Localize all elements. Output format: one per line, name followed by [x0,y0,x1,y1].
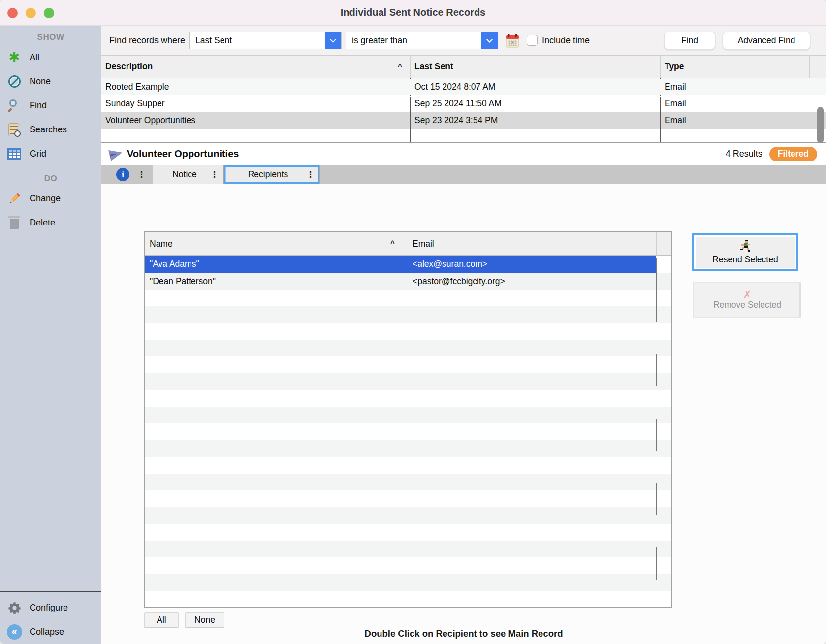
column-header-type[interactable]: Type [660,56,809,78]
zoom-window-button[interactable] [44,8,54,18]
sidebar-item-collapse[interactable]: « Collapse [0,620,101,644]
remove-selected-label: Remove Selected [713,300,781,310]
sidebar: SHOW ✱ All None Find Searches [0,26,101,644]
pencil-icon [6,191,22,207]
table-row-selected[interactable]: Volunteer Opportunities Sep 23 2024 3:54… [101,112,826,129]
sidebar-item-configure[interactable]: Configure [0,596,101,620]
asterisk-icon: ✱ [6,50,22,65]
operator-select[interactable]: is greater than [346,32,498,49]
no-entry-icon [6,74,22,90]
column-header-email[interactable]: Email [408,232,656,255]
trash-icon [6,215,22,231]
sidebar-item-find[interactable]: Find [0,94,101,118]
remove-x-icon: ✗ [743,290,752,300]
saved-searches-icon [6,122,22,138]
tab-options-icon[interactable]: ⋮ [306,169,315,180]
recipient-row-selected[interactable]: "Ava Adams" <alex@suran.com> [145,256,671,273]
window-title: Individual Sent Notice Records [341,7,486,18]
titlebar: Individual Sent Notice Records [0,0,826,26]
find-button[interactable]: Find [664,32,715,50]
sidebar-item-label: Collapse [30,627,64,637]
recipients-table-header: Name ^ Email [145,232,671,256]
field-select[interactable]: Last Sent [189,32,342,49]
filtered-badge[interactable]: Filtered [769,147,817,161]
sidebar-item-change[interactable]: Change [0,187,101,211]
results-count: 4 Results [726,149,762,159]
paper-plane-icon [108,147,123,161]
sidebar-item-label: Find [30,100,47,111]
collapse-chevrons-icon: « [6,624,22,640]
find-records-where-label: Find records where [109,35,185,46]
magnifier-icon [6,98,22,114]
gear-icon [6,600,22,616]
table-row[interactable]: Sunday Supper Sep 25 2024 11:50 AM Email [101,95,826,112]
sidebar-item-grid[interactable]: Grid [0,142,101,166]
sidebar-item-label: None [30,76,51,87]
tab-recipients-active[interactable]: Recipients ⋮ [223,165,320,184]
resend-selected-label: Resend Selected [712,255,778,265]
sidebar-footer: Configure « Collapse [0,591,101,644]
sidebar-show-section-label: SHOW [0,32,101,45]
select-none-button[interactable]: None [185,612,224,627]
select-all-button[interactable]: All [144,612,179,627]
sort-ascending-icon: ^ [390,239,395,248]
calendar-icon[interactable] [504,32,521,49]
sidebar-item-all[interactable]: ✱ All [0,45,101,69]
sidebar-item-searches[interactable]: Searches [0,118,101,142]
vertical-scrollbar[interactable] [817,107,824,143]
table-row[interactable]: Rooted Example Oct 15 2024 8:07 AM Email [101,78,826,95]
include-time-label: Include time [542,35,590,46]
info-icon[interactable]: i [116,168,129,181]
sidebar-item-delete[interactable]: Delete [0,211,101,235]
sidebar-item-label: All [30,52,39,63]
close-window-button[interactable] [7,8,18,18]
sidebar-item-label: Grid [30,149,46,159]
sidebar-item-label: Change [30,193,61,204]
field-select-value: Last Sent [195,35,232,46]
sidebar-item-none[interactable]: None [0,69,101,94]
column-header-name[interactable]: Name ^ [145,232,408,255]
detail-section-header: Volunteer Opportunities 4 Results Filter… [101,143,826,165]
recipients-table: Name ^ Email "Ava Adams" <alex@suran.com… [144,231,672,608]
column-header-gutter [809,56,826,78]
sent-notices-table: Description ^ Last Sent Type Rooted Exam… [101,55,826,143]
column-header-gutter [656,232,671,255]
sidebar-item-label: Configure [30,603,68,613]
remove-selected-button-disabled[interactable]: ✗ Remove Selected [693,282,801,318]
sent-notices-table-header: Description ^ Last Sent Type [101,56,826,78]
chevron-down-icon[interactable] [325,32,341,49]
minimize-window-button[interactable] [26,8,36,18]
include-time-checkbox[interactable] [527,35,538,46]
table-empty-space [101,129,826,142]
recipients-empty-rows [145,290,671,607]
grid-table-icon [6,146,22,162]
traffic-lights [7,8,54,18]
recipients-pane: Name ^ Email "Ava Adams" <alex@suran.com… [101,184,826,644]
detail-tab-bar: i ⋮ Notice ⋮ Recipients ⋮ [101,165,826,184]
tab-notice[interactable]: Notice ⋮ [153,165,223,184]
detail-title: Volunteer Opportunities [127,148,239,160]
sidebar-item-label: Searches [30,125,67,135]
operator-select-value: is greater than [352,35,407,46]
resend-selected-highlight: Resend Selected [692,233,798,271]
column-header-description[interactable]: Description ^ [101,56,410,78]
sidebar-do-section-label: DO [0,174,101,187]
column-header-last-sent[interactable]: Last Sent [410,56,660,78]
double-click-hint: Double Click on Recipient to see Main Re… [101,628,826,639]
chevron-down-icon[interactable] [481,32,498,49]
sidebar-item-label: Delete [30,218,55,228]
sort-ascending-icon: ^ [398,63,402,71]
options-dots-icon[interactable]: ⋮ [137,169,146,180]
advanced-find-button[interactable]: Advanced Find [723,32,810,50]
find-bar: Find records where Last Sent is greater … [101,26,826,55]
resend-selected-button[interactable]: Resend Selected [696,237,795,268]
runner-icon [739,240,751,254]
recipient-row[interactable]: "Dean Patterson" <pastor@fccbigcity.org> [145,273,671,290]
app-window: Individual Sent Notice Records SHOW ✱ Al… [0,0,826,644]
tab-options-icon[interactable]: ⋮ [210,169,219,180]
